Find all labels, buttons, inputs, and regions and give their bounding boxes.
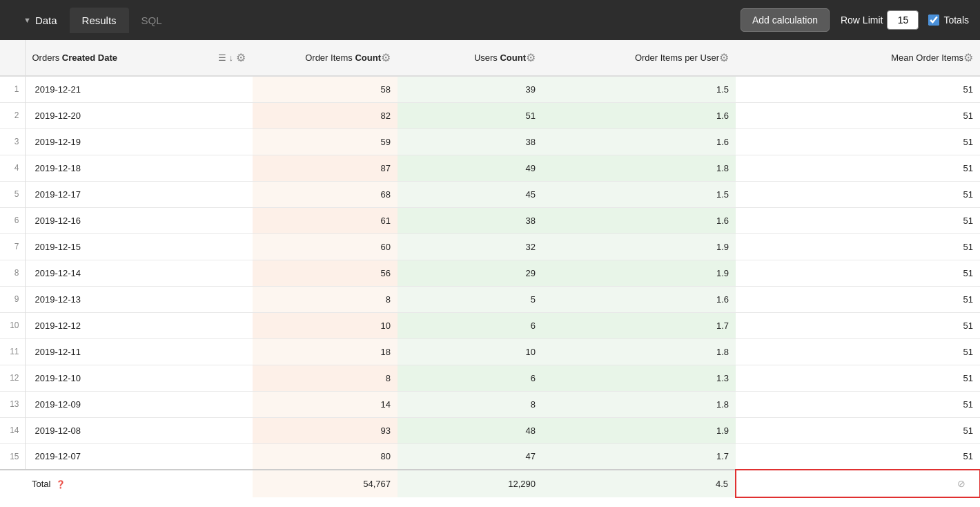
cell-mean: 51 bbox=[736, 233, 980, 260]
total-row: Total ❓ 54,767 12,290 4.5 ⊘ bbox=[0, 470, 980, 497]
th-mean-label: Mean Order Items bbox=[891, 52, 963, 63]
cell-order-count: 58 bbox=[253, 76, 398, 102]
cell-mean: 51 bbox=[736, 260, 980, 286]
gear-icon[interactable]: ⚙ bbox=[963, 51, 973, 64]
total-users-count: 12,290 bbox=[398, 470, 542, 497]
cell-per-user: 1.3 bbox=[542, 365, 736, 391]
app-container: ▼ Data Results SQL Add calculation Row L… bbox=[0, 0, 980, 507]
table-row: 4 2019-12-18 87 49 1.8 51 bbox=[0, 155, 980, 181]
cell-mean: 51 bbox=[736, 128, 980, 155]
cell-order-count: 10 bbox=[253, 312, 398, 338]
cell-rownum: 8 bbox=[0, 260, 25, 286]
cell-date: 2019-12-18 bbox=[25, 155, 253, 181]
row-limit-input[interactable] bbox=[887, 10, 919, 30]
table-row: 2 2019-12-20 82 51 1.6 51 bbox=[0, 102, 980, 128]
cell-date: 2019-12-13 bbox=[25, 286, 253, 312]
table-row: 14 2019-12-08 93 48 1.9 51 bbox=[0, 417, 980, 443]
table-row: 13 2019-12-09 14 8 1.8 51 bbox=[0, 391, 980, 417]
sort-desc-icon[interactable]: ↓ bbox=[229, 52, 234, 63]
tab-results-label: Results bbox=[82, 15, 117, 26]
cell-date: 2019-12-15 bbox=[25, 233, 253, 260]
cell-users-count: 51 bbox=[398, 102, 542, 128]
table-header-row: Orders Created Date ☰ ↓ ⚙ Order Items Co… bbox=[0, 40, 980, 76]
cell-order-count: 59 bbox=[253, 128, 398, 155]
cell-per-user: 1.8 bbox=[542, 155, 736, 181]
row-limit-group: Row Limit bbox=[841, 10, 919, 30]
chevron-down-icon: ▼ bbox=[23, 16, 31, 24]
gear-icon[interactable]: ⚙ bbox=[381, 51, 391, 64]
cell-per-user: 1.9 bbox=[542, 417, 736, 443]
cell-date: 2019-12-14 bbox=[25, 260, 253, 286]
th-date-label: Orders Created Date bbox=[32, 52, 118, 63]
cell-per-user: 1.5 bbox=[542, 181, 736, 207]
total-mean: ⊘ bbox=[736, 470, 980, 497]
cell-per-user: 1.7 bbox=[542, 312, 736, 338]
total-rownum bbox=[0, 470, 25, 497]
tab-results[interactable]: Results bbox=[70, 8, 129, 33]
table-row: 7 2019-12-15 60 32 1.9 51 bbox=[0, 233, 980, 260]
null-icon: ⊘ bbox=[957, 478, 966, 489]
table-row: 6 2019-12-16 61 38 1.6 51 bbox=[0, 207, 980, 233]
filter-icon[interactable]: ☰ bbox=[218, 52, 226, 63]
cell-mean: 51 bbox=[736, 286, 980, 312]
cell-per-user: 1.6 bbox=[542, 207, 736, 233]
cell-users-count: 49 bbox=[398, 155, 542, 181]
row-limit-label: Row Limit bbox=[841, 15, 883, 26]
cell-mean: 51 bbox=[736, 102, 980, 128]
cell-users-count: 8 bbox=[398, 391, 542, 417]
cell-users-count: 5 bbox=[398, 286, 542, 312]
cell-rownum: 14 bbox=[0, 417, 25, 443]
cell-order-count: 80 bbox=[253, 443, 398, 470]
tab-data-label: Data bbox=[35, 15, 57, 26]
cell-order-count: 14 bbox=[253, 391, 398, 417]
cell-per-user: 1.6 bbox=[542, 128, 736, 155]
tab-sql-label: SQL bbox=[141, 15, 162, 26]
cell-rownum: 7 bbox=[0, 233, 25, 260]
cell-mean: 51 bbox=[736, 443, 980, 470]
table-row: 12 2019-12-10 8 6 1.3 51 bbox=[0, 365, 980, 391]
cell-rownum: 4 bbox=[0, 155, 25, 181]
th-rownum bbox=[0, 40, 25, 76]
cell-users-count: 32 bbox=[398, 233, 542, 260]
tab-data[interactable]: ▼ Data bbox=[11, 8, 70, 33]
totals-group: Totals bbox=[928, 15, 969, 26]
cell-per-user: 1.9 bbox=[542, 260, 736, 286]
gear-icon[interactable]: ⚙ bbox=[526, 51, 536, 64]
cell-users-count: 6 bbox=[398, 365, 542, 391]
th-users-count: Users Count ⚙ bbox=[398, 40, 542, 76]
gear-icon[interactable]: ⚙ bbox=[236, 51, 246, 64]
table-row: 15 2019-12-07 80 47 1.7 51 bbox=[0, 443, 980, 470]
cell-order-count: 93 bbox=[253, 417, 398, 443]
tab-sql[interactable]: SQL bbox=[129, 8, 175, 33]
cell-mean: 51 bbox=[736, 155, 980, 181]
cell-users-count: 45 bbox=[398, 181, 542, 207]
cell-order-count: 8 bbox=[253, 286, 398, 312]
cell-users-count: 38 bbox=[398, 207, 542, 233]
cell-rownum: 5 bbox=[0, 181, 25, 207]
cell-rownum: 13 bbox=[0, 391, 25, 417]
total-per-user: 4.5 bbox=[542, 470, 736, 497]
cell-date: 2019-12-16 bbox=[25, 207, 253, 233]
cell-mean: 51 bbox=[736, 417, 980, 443]
cell-mean: 51 bbox=[736, 391, 980, 417]
table-row: 5 2019-12-17 68 45 1.5 51 bbox=[0, 181, 980, 207]
cell-mean: 51 bbox=[736, 207, 980, 233]
th-per-user: Order Items per User ⚙ bbox=[542, 40, 736, 76]
table-row: 10 2019-12-12 10 6 1.7 51 bbox=[0, 312, 980, 338]
cell-rownum: 1 bbox=[0, 76, 25, 102]
table-row: 3 2019-12-19 59 38 1.6 51 bbox=[0, 128, 980, 155]
cell-users-count: 48 bbox=[398, 417, 542, 443]
cell-users-count: 29 bbox=[398, 260, 542, 286]
add-calculation-button[interactable]: Add calculation bbox=[741, 8, 830, 32]
cell-mean: 51 bbox=[736, 181, 980, 207]
table-row: 11 2019-12-11 18 10 1.8 51 bbox=[0, 338, 980, 365]
cell-rownum: 12 bbox=[0, 365, 25, 391]
totals-checkbox[interactable] bbox=[928, 15, 939, 26]
cell-per-user: 1.6 bbox=[542, 286, 736, 312]
cell-order-count: 61 bbox=[253, 207, 398, 233]
data-table: Orders Created Date ☰ ↓ ⚙ Order Items Co… bbox=[0, 40, 980, 498]
th-order-count-label: Order Items Count bbox=[305, 52, 381, 63]
th-date: Orders Created Date ☰ ↓ ⚙ bbox=[25, 40, 253, 76]
totals-label: Totals bbox=[943, 15, 969, 26]
gear-icon[interactable]: ⚙ bbox=[719, 51, 729, 64]
